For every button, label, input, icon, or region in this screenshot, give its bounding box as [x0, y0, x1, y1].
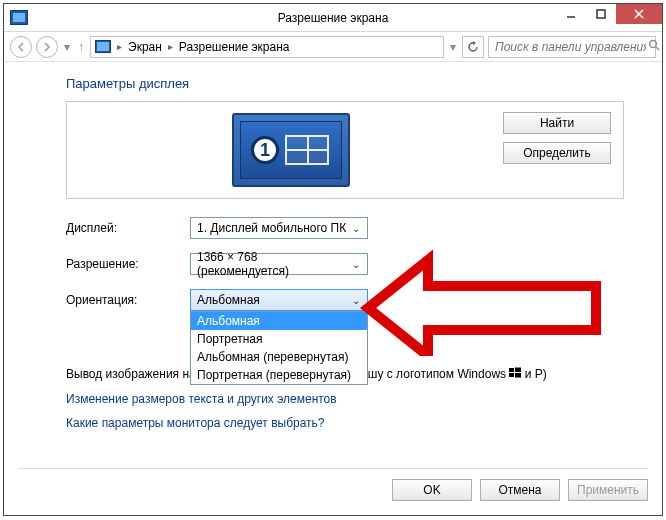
textsize-link[interactable]: Изменение размеров текста и других элеме…	[66, 392, 337, 406]
dialog-footer: OK Отмена Применить	[18, 468, 648, 501]
nav-row: ▾ ↑ ▸ Экран ▸ Разрешение экрана ▾	[4, 32, 662, 62]
find-button[interactable]: Найти	[503, 112, 611, 134]
search-box[interactable]	[488, 36, 656, 58]
orientation-option-portrait[interactable]: Портретная	[191, 330, 367, 348]
svg-rect-6	[509, 368, 514, 372]
resolution-select-value: 1366 × 768 (рекомендуется)	[197, 250, 349, 278]
forward-button[interactable]	[36, 36, 58, 58]
chevron-right-icon: ▸	[115, 41, 124, 52]
orientation-option-landscape[interactable]: Альбомная	[191, 312, 367, 330]
which-monitor-link[interactable]: Какие параметры монитора следует выбрать…	[66, 416, 325, 430]
breadcrumb[interactable]: ▸ Экран ▸ Разрешение экрана	[90, 36, 444, 58]
detect-button[interactable]: Определить	[503, 142, 611, 164]
apply-button[interactable]: Применить	[568, 479, 648, 501]
up-button[interactable]: ↑	[76, 40, 86, 54]
page-title: Параметры дисплея	[66, 76, 624, 91]
app-icon	[10, 10, 28, 25]
resolution-select[interactable]: 1366 × 768 (рекомендуется) ⌄	[190, 253, 368, 275]
chevron-down-icon: ⌄	[349, 259, 363, 270]
cancel-button[interactable]: Отмена	[480, 479, 560, 501]
breadcrumb-leaf[interactable]: Разрешение экрана	[179, 40, 290, 54]
chevron-down-icon: ⌄	[349, 295, 363, 306]
back-button[interactable]	[10, 36, 32, 58]
monitor-icon	[95, 40, 111, 53]
resolution-label: Разрешение:	[66, 257, 190, 271]
display-number: 1	[251, 136, 279, 164]
orientation-option-portrait-flipped[interactable]: Портретная (перевернутая)	[191, 366, 367, 384]
display-label: Дисплей:	[66, 221, 190, 235]
orientation-select-value: Альбомная	[197, 293, 349, 307]
display-grid-icon	[285, 135, 329, 165]
display-select[interactable]: 1. Дисплей мобильного ПК ⌄	[190, 217, 368, 239]
refresh-button[interactable]	[462, 36, 484, 58]
search-input[interactable]	[493, 39, 648, 55]
nav-dropdown-icon[interactable]: ▾	[62, 40, 72, 54]
project-hint-tail: и P)	[525, 367, 547, 381]
project-hint-suffix: ишу с логотипом Windows	[361, 367, 506, 381]
orientation-option-landscape-flipped[interactable]: Альбомная (перевернутая)	[191, 348, 367, 366]
display-select-value: 1. Дисплей мобильного ПК	[197, 221, 349, 235]
orientation-dropdown: Альбомная Портретная Альбомная (переверн…	[190, 311, 368, 385]
window-titlebar: Разрешение экрана	[4, 4, 662, 32]
display-preview-box: 1 Найти Определить	[66, 101, 624, 199]
orientation-label: Ориентация:	[66, 293, 190, 307]
ok-button[interactable]: OK	[392, 479, 472, 501]
svg-point-4	[650, 41, 657, 48]
maximize-button[interactable]	[586, 4, 616, 24]
windows-logo-icon	[509, 367, 521, 382]
chevron-right-icon: ▸	[166, 41, 175, 52]
search-icon[interactable]	[648, 39, 660, 54]
orientation-select[interactable]: Альбомная ⌄ Альбомная Портретная Альбомн…	[190, 289, 368, 311]
svg-rect-9	[515, 373, 521, 378]
breadcrumb-dropdown-icon[interactable]: ▾	[448, 40, 458, 54]
display-thumbnail[interactable]: 1	[232, 113, 350, 187]
svg-rect-7	[515, 368, 521, 373]
chevron-down-icon: ⌄	[349, 223, 363, 234]
svg-rect-1	[597, 10, 605, 18]
breadcrumb-root[interactable]: Экран	[128, 40, 162, 54]
close-button[interactable]	[616, 4, 662, 24]
minimize-button[interactable]	[556, 4, 586, 24]
project-hint-prefix: Вывод изображения на	[66, 367, 196, 381]
svg-line-5	[656, 47, 659, 50]
svg-rect-8	[509, 373, 514, 377]
